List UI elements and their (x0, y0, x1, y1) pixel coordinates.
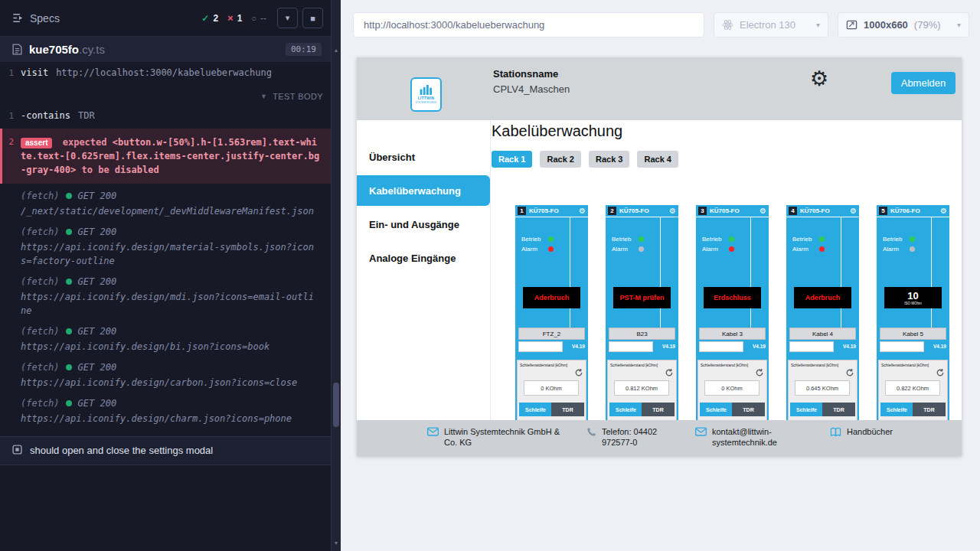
cable-name-input[interactable] (609, 341, 653, 352)
alarm-label: Alarm (883, 246, 899, 253)
scroll-up-arrow[interactable]: ▲ (332, 47, 341, 53)
cable-name-input[interactable] (789, 341, 834, 352)
network-request-log[interactable]: (fetch) GET 200 https://api.iconify.desi… (0, 319, 331, 355)
spec-title-bar[interactable]: kue705fo.cy.ts 00:19 (0, 37, 331, 62)
card-settings-gear-icon[interactable]: ⚙ (579, 207, 586, 215)
alarm-led (910, 246, 915, 252)
rack-tab[interactable]: Rack 4 (637, 151, 678, 168)
email-address[interactable]: kontakt@littwin-systemtechnik.de (712, 426, 795, 448)
logo-text: LITTWIN (418, 96, 435, 100)
measurement-panel: Schleifenwiderstand [kOhm] 0 KOhm Schlei… (517, 360, 586, 427)
assert-message: assert expected <button.w-[50%].h-[1.563… (21, 135, 320, 177)
next-test-title[interactable]: should open and close the settings modal (0, 436, 331, 465)
card-settings-gear-icon[interactable]: ⚙ (940, 207, 947, 215)
collapse-all-button[interactable]: ▾ (277, 8, 298, 28)
viewport-selector[interactable]: 1000x660 (79%) ▾ (838, 12, 969, 37)
app-main: Kabelüberwachung Rack 1 Rack 2 Rack 3 Ra… (492, 120, 962, 456)
success-status-dot (66, 364, 72, 370)
command-visit[interactable]: 1 visit http://localhost:3000/kabelueber… (0, 62, 331, 83)
sidebar-item[interactable]: Kabelüberwachung (357, 175, 490, 206)
browser-selector[interactable]: Electron 130 ▾ (714, 12, 828, 37)
footer-manuals[interactable]: Handbücher (830, 426, 893, 437)
refresh-icon[interactable] (665, 368, 674, 377)
sidebar-item[interactable]: Übersicht (357, 142, 490, 172)
tdr-button[interactable]: TDR (913, 403, 946, 416)
measurement-label: Schleifenwiderstand [kOhm] (881, 363, 929, 367)
alarm-status-text: Erdschluss (714, 294, 751, 302)
manuals-label: Handbücher (847, 426, 893, 437)
specs-label: Specs (30, 12, 60, 24)
network-request-log[interactable]: (fetch) GET 200 https://api.iconify.desi… (0, 269, 331, 319)
cable-name: Kabel 4 (789, 328, 856, 340)
command-number: 1 (0, 67, 21, 80)
network-request-log[interactable]: (fetch) GET 200 https://api.iconify.desi… (0, 391, 331, 427)
schleife-button[interactable]: Schleife (519, 403, 552, 416)
fetch-type-label: (fetch) (21, 191, 60, 201)
rack-tab[interactable]: Rack 3 (589, 151, 629, 168)
address-bar[interactable] (353, 12, 704, 37)
settings-gear-icon[interactable]: ⚙ (810, 69, 828, 90)
rack-tab[interactable]: Rack 2 (540, 151, 580, 168)
betrieb-led (819, 236, 825, 242)
scrollbar[interactable]: ▲ ▼ (331, 0, 341, 551)
network-request-log[interactable]: (fetch) GET 200 https://api.iconify.desi… (0, 355, 331, 391)
alarm-led (548, 246, 554, 252)
schleife-button[interactable]: Schleife (880, 403, 913, 416)
refresh-icon[interactable] (936, 368, 945, 377)
test-body-section-toggle[interactable]: ▼ TEST BODY (0, 83, 331, 105)
footer-phone: Telefon: 04402 972577-0 (586, 426, 682, 448)
status-display: Aderbruch (794, 287, 851, 308)
measurement-panel: Schleifenwiderstand [kOhm] 0.812 KOhm Sc… (607, 360, 677, 427)
firmware-version: V4.19 (753, 344, 766, 349)
scrollbar-thumb[interactable] (333, 383, 339, 427)
tdr-button[interactable]: TDR (642, 403, 675, 416)
rack-tab[interactable]: Rack 1 (492, 151, 532, 168)
tdr-button[interactable]: TDR (732, 403, 765, 416)
check-icon: ✓ (201, 13, 209, 24)
schleife-button[interactable]: Schleife (609, 403, 642, 416)
command-number: 1 (0, 109, 21, 122)
aut-area: Electron 130 ▾ 1000x660 (79%) ▾ LITTWIN … (341, 0, 980, 551)
station-info: Stationsname CPLV4_Maschen (493, 68, 570, 95)
schleife-button[interactable]: Schleife (790, 403, 823, 416)
schleife-button[interactable]: Schleife (700, 403, 733, 416)
success-status-dot (66, 279, 72, 285)
cable-name: B23 (609, 328, 675, 340)
app-footer: Littwin Systemtechnik GmbH & Co. KG Tele… (357, 420, 962, 456)
circle-icon: ○ (251, 14, 256, 23)
card-model-label: KÜ706-FO (890, 207, 940, 214)
card-settings-gear-icon[interactable]: ⚙ (669, 207, 676, 215)
alarm-led (639, 246, 644, 252)
cable-name: Kabel 3 (699, 328, 766, 340)
cable-name-input[interactable] (699, 341, 743, 352)
specs-menu-button[interactable]: Specs (12, 12, 60, 24)
card-settings-gear-icon[interactable]: ⚙ (760, 207, 766, 215)
card-model-label: KÜ705-FO (710, 207, 760, 214)
sidebar-item[interactable]: Analoge Eingänge (357, 243, 490, 273)
tdr-button[interactable]: TDR (822, 403, 855, 416)
cable-name-input[interactable] (518, 341, 563, 352)
scroll-down-arrow[interactable]: ▼ (332, 540, 341, 546)
fetch-type-label: (fetch) (21, 227, 60, 237)
network-request-log[interactable]: (fetch) GET 200 /_next/static/developmen… (0, 184, 331, 220)
sidebar-item-label: Analoge Eingänge (369, 253, 456, 264)
network-request-log[interactable]: (fetch) GET 200 https://api.iconify.desi… (0, 220, 331, 269)
command-contains[interactable]: 1 -contains TDR (0, 105, 331, 126)
stop-tests-button[interactable]: ■ (302, 8, 323, 28)
refresh-icon[interactable] (574, 368, 583, 377)
logo-bars-icon (419, 85, 434, 95)
command-number: 2 (2, 135, 21, 177)
sidebar-item[interactable]: Ein- und Ausgänge (357, 209, 490, 240)
command-assert-failed[interactable]: 2 assert expected <button.w-[50%].h-[1.5… (0, 129, 331, 184)
assert-prefix: expected (63, 137, 107, 148)
screen: Specs ✓2 ×1 ○-- ▾ ■ kue705fo.cy.ts 00:19 (0, 0, 980, 551)
card-settings-gear-icon[interactable]: ⚙ (850, 207, 857, 215)
tdr-button[interactable]: TDR (551, 403, 584, 416)
monitor-cards: 1 KÜ705-FO ⚙ Betrieb Alarm Aderbruch FTZ… (515, 205, 949, 427)
refresh-icon[interactable] (755, 368, 764, 377)
measurement-panel: Schleifenwiderstand [kOhm] 0 KOhm Schlei… (697, 360, 767, 427)
fetch-type-label: (fetch) (21, 276, 60, 287)
logout-button[interactable]: Abmelden (891, 72, 956, 94)
cable-name-input[interactable] (880, 341, 924, 352)
refresh-icon[interactable] (845, 368, 854, 377)
